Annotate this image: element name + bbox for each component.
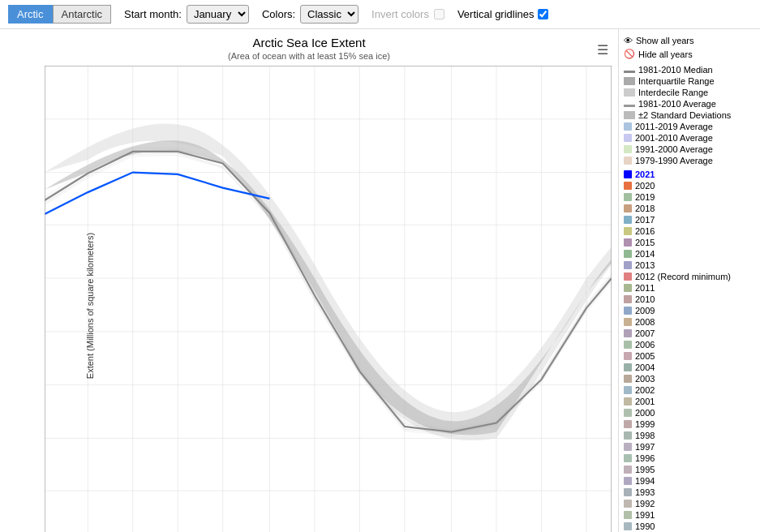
legend-2018[interactable]: 2018 — [624, 203, 755, 214]
show-all-years[interactable]: 👁 Show all years — [624, 34, 755, 47]
chart-svg: 0 2 4 6 8 10 12 14 16 18 — [45, 66, 612, 532]
gridlines-checkbox[interactable] — [538, 9, 548, 19]
legend-1999[interactable]: 1999 — [624, 418, 755, 430]
gridlines-label: Vertical gridlines — [457, 8, 535, 20]
legend-2004[interactable]: 2004 — [624, 362, 755, 373]
legend-1994[interactable]: 1994 — [624, 475, 755, 487]
legend-1995[interactable]: 1995 — [624, 464, 755, 475]
legend-2013[interactable]: 2013 — [624, 260, 755, 271]
colors-label: Colors: — [262, 8, 295, 20]
legend-2009[interactable]: 2009 — [624, 305, 755, 316]
legend-2007[interactable]: 2007 — [624, 328, 755, 339]
legend-2017[interactable]: 2017 — [624, 214, 755, 225]
legend-panel: 👁 Show all years 🚫 Hide all years 1981-2… — [618, 29, 760, 532]
legend-1992[interactable]: 1992 — [624, 498, 755, 509]
region-tabs: Arctic Antarctic — [8, 5, 111, 24]
legend-idr[interactable]: Interdecile Range — [624, 87, 755, 98]
legend-2001[interactable]: 2001 — [624, 396, 755, 407]
legend-2015[interactable]: 2015 — [624, 237, 755, 248]
legend-avg-1119[interactable]: 2011-2019 Average — [624, 121, 755, 132]
antarctic-tab[interactable]: Antarctic — [53, 5, 112, 24]
legend-2020[interactable]: 2020 — [624, 180, 755, 191]
legend-2019[interactable]: 2019 — [624, 191, 755, 203]
legend-2002[interactable]: 2002 — [624, 384, 755, 396]
colors-select[interactable]: Classic — [300, 5, 359, 24]
legend-2016[interactable]: 2016 — [624, 225, 755, 237]
legend-2012[interactable]: 2012 (Record minimum) — [624, 271, 755, 282]
start-month-select[interactable]: January — [187, 5, 249, 24]
legend-median[interactable]: 1981-2010 Median — [624, 64, 755, 75]
legend-1996[interactable]: 1996 — [624, 453, 755, 464]
legend-1997[interactable]: 1997 — [624, 441, 755, 453]
legend-stddev[interactable]: ±2 Standard Deviations — [624, 109, 755, 121]
legend-2003[interactable]: 2003 — [624, 373, 755, 384]
legend-avg-0110[interactable]: 2001-2010 Average — [624, 132, 755, 144]
legend-2014[interactable]: 2014 — [624, 248, 755, 260]
legend-2008[interactable]: 2008 — [624, 316, 755, 328]
chart-title: Arctic Sea Ice Extent — [0, 36, 618, 49]
show-all-icon: 👁 — [624, 36, 633, 45]
legend-avg-8110[interactable]: 1981-2010 Average — [624, 98, 755, 109]
arctic-tab[interactable]: Arctic — [8, 5, 53, 24]
legend-2011[interactable]: 2011 — [624, 282, 755, 294]
legend-iqr[interactable]: Interquartile Range — [624, 75, 755, 87]
show-all-label: Show all years — [636, 36, 694, 45]
invert-label: Invert colors — [371, 8, 429, 20]
hide-all-years[interactable]: 🚫 Hide all years — [624, 47, 755, 61]
legend-1998[interactable]: 1998 — [624, 430, 755, 441]
start-month-label: Start month: — [124, 8, 182, 20]
hide-all-label: Hide all years — [638, 49, 693, 59]
invert-checkbox[interactable] — [434, 9, 444, 19]
legend-2005[interactable]: 2005 — [624, 350, 755, 362]
legend-1990[interactable]: 1990 — [624, 521, 755, 532]
chart-menu-icon[interactable]: ☰ — [597, 42, 608, 58]
chart-subtitle: (Area of ocean with at least 15% sea ice… — [0, 51, 618, 61]
legend-1993[interactable]: 1993 — [624, 487, 755, 498]
legend-2010[interactable]: 2010 — [624, 294, 755, 305]
legend-2021[interactable]: 2021 — [624, 169, 755, 180]
legend-2006[interactable]: 2006 — [624, 339, 755, 350]
hide-all-icon: 🚫 — [624, 49, 635, 59]
legend-avg-9100[interactable]: 1991-2000 Average — [624, 144, 755, 155]
y-axis-label: Extent (Millions of square kilometers) — [85, 225, 95, 387]
legend-avg-7990[interactable]: 1979-1990 Average — [624, 155, 755, 166]
legend-2000[interactable]: 2000 — [624, 407, 755, 418]
legend-1991[interactable]: 1991 — [624, 509, 755, 521]
